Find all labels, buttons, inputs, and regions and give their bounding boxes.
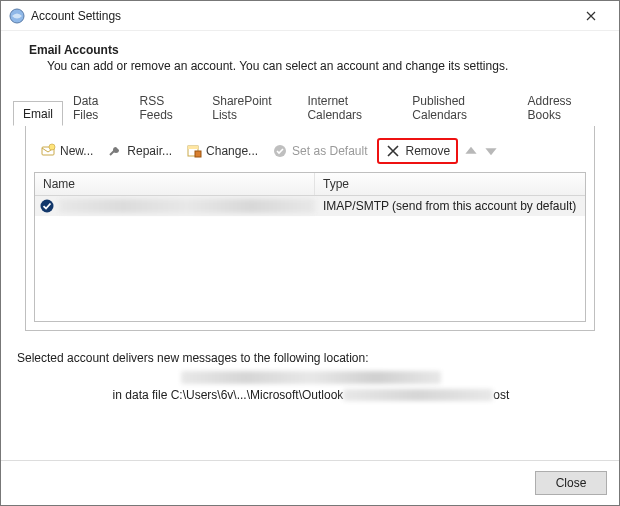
new-button[interactable]: New... bbox=[36, 141, 97, 161]
default-account-icon bbox=[39, 198, 55, 214]
window-close-button[interactable] bbox=[571, 2, 611, 30]
tab-internet-calendars[interactable]: Internet Calendars bbox=[297, 88, 402, 126]
check-circle-icon bbox=[272, 143, 288, 159]
details-path-prefix: in data file C:\Users\6v\...\Microsoft\O… bbox=[113, 388, 344, 402]
details-path: in data file C:\Users\6v\...\Microsoft\O… bbox=[17, 388, 605, 402]
window-title: Account Settings bbox=[31, 9, 121, 23]
tab-strip: Email Data Files RSS Feeds SharePoint Li… bbox=[13, 87, 607, 126]
remove-button[interactable]: Remove bbox=[377, 138, 458, 164]
arrow-down-icon bbox=[484, 144, 498, 158]
close-icon bbox=[586, 11, 596, 21]
list-row[interactable]: IMAP/SMTP (send from this account by def… bbox=[35, 196, 585, 216]
repair-button[interactable]: Repair... bbox=[103, 141, 176, 161]
account-type: IMAP/SMTP (send from this account by def… bbox=[315, 199, 585, 213]
tab-body: New... Repair... Change... bbox=[25, 126, 595, 331]
account-settings-window: Account Settings Email Accounts You can … bbox=[0, 0, 620, 506]
tab-email[interactable]: Email bbox=[13, 101, 63, 126]
details-account-redacted bbox=[181, 371, 441, 384]
set-default-button: Set as Default bbox=[268, 141, 371, 161]
change-label: Change... bbox=[206, 144, 258, 158]
accounts-list[interactable]: Name Type IMAP/SMTP (send from this acco… bbox=[34, 172, 586, 322]
new-label: New... bbox=[60, 144, 93, 158]
svg-point-2 bbox=[49, 144, 55, 150]
change-button[interactable]: Change... bbox=[182, 141, 262, 161]
list-header: Name Type bbox=[35, 173, 585, 196]
bottom-bar: Close bbox=[1, 460, 619, 505]
tab-data-files[interactable]: Data Files bbox=[63, 88, 129, 126]
details-intro: Selected account delivers new messages t… bbox=[17, 351, 605, 365]
toolbar: New... Repair... Change... bbox=[34, 136, 586, 172]
account-name-redacted bbox=[59, 199, 315, 213]
tab-published-calendars[interactable]: Published Calendars bbox=[402, 88, 517, 126]
app-icon bbox=[9, 8, 25, 24]
set-default-label: Set as Default bbox=[292, 144, 367, 158]
arrow-up-icon bbox=[464, 144, 478, 158]
column-name[interactable]: Name bbox=[35, 173, 315, 195]
tab-rss-feeds[interactable]: RSS Feeds bbox=[129, 88, 202, 126]
header-title: Email Accounts bbox=[29, 43, 599, 57]
remove-label: Remove bbox=[405, 144, 450, 158]
titlebar: Account Settings bbox=[1, 1, 619, 31]
header-block: Email Accounts You can add or remove an … bbox=[1, 31, 619, 87]
column-type[interactable]: Type bbox=[315, 173, 585, 195]
details-path-redacted bbox=[343, 389, 493, 401]
svg-rect-4 bbox=[195, 151, 201, 157]
new-icon bbox=[40, 143, 56, 159]
change-icon bbox=[186, 143, 202, 159]
repair-icon bbox=[107, 143, 123, 159]
move-up-button bbox=[464, 144, 478, 158]
tab-sharepoint-lists[interactable]: SharePoint Lists bbox=[202, 88, 297, 126]
header-subtitle: You can add or remove an account. You ca… bbox=[29, 57, 599, 73]
details-path-suffix: ost bbox=[493, 388, 509, 402]
repair-label: Repair... bbox=[127, 144, 172, 158]
svg-point-6 bbox=[41, 200, 54, 213]
tab-address-books[interactable]: Address Books bbox=[518, 88, 607, 126]
details-block: Selected account delivers new messages t… bbox=[1, 341, 619, 408]
remove-icon bbox=[385, 143, 401, 159]
move-down-button bbox=[484, 144, 498, 158]
close-button[interactable]: Close bbox=[535, 471, 607, 495]
